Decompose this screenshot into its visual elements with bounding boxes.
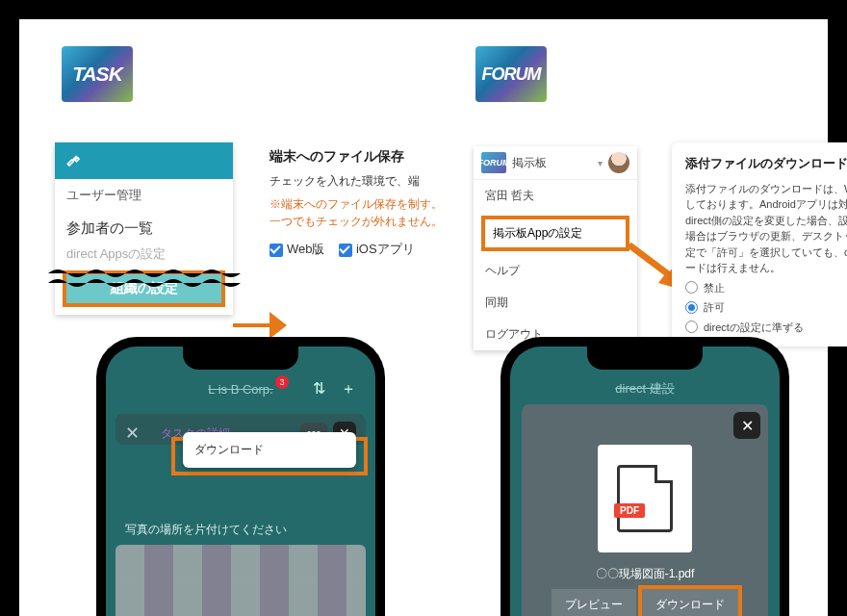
task-desc-warning: ※端末へのファイル保存を制す。一つでもチェックが外れません。	[270, 195, 452, 230]
radio-forbid[interactable]	[685, 281, 698, 294]
task-body-text: 写真の場所を片付けてください	[125, 522, 287, 538]
menu-direct-apps[interactable]: direct Appsの設定	[55, 245, 233, 267]
menu-username: 宮田 哲夫	[474, 180, 637, 212]
task-settings-panel: ユーザー管理 参加者の一覧 direct Appsの設定 組織の設定	[55, 142, 233, 315]
menu-user-mgmt[interactable]: ユーザー管理	[55, 179, 233, 212]
download-highlight-box: ダウンロード	[171, 437, 368, 475]
forum-badge: FORUM	[475, 46, 547, 102]
attachment-overlay: ✕ PDF 〇〇現場図面-1.pdf プレビュー ダウンロード	[522, 404, 768, 616]
download-button-highlight[interactable]: ダウンロード	[642, 589, 738, 616]
task-description-card: 端末へのファイル保存 チェックを入れた環境で、端 ※端末へのファイル保存を制す。…	[270, 146, 452, 259]
forum-description-card: 添付ファイルのダウンロード 添付ファイルのダウンロードは、Windoしております…	[672, 142, 847, 346]
wavy-divider	[48, 266, 241, 289]
task-desc-line1: チェックを入れた環境で、端	[270, 172, 452, 190]
phone-mock-forum: direct 建設 ✕ PDF 〇〇現場図面-1.pdf プレビュー ダウンロー…	[500, 337, 789, 616]
forum-desc-body: 添付ファイルのダウンロードは、Windoしております。Androidアプリは対応…	[685, 181, 847, 276]
close-button[interactable]: ✕	[733, 412, 760, 439]
phone-header: L is B Corp. 3 ⇅ ＋	[106, 370, 375, 408]
menu-help[interactable]: ヘルプ	[474, 255, 637, 287]
preview-button[interactable]: プレビュー	[552, 589, 636, 616]
forum-desc-title: 添付ファイルのダウンロード	[685, 154, 847, 173]
forum-top-title[interactable]: 掲示板	[512, 155, 598, 171]
checkbox-ios[interactable]	[339, 244, 352, 257]
close-icon[interactable]: ✕	[125, 423, 140, 444]
radio-allow[interactable]	[685, 301, 698, 314]
task-desc-title: 端末へのファイル保存	[270, 146, 452, 167]
phone-mock-task: L is B Corp. 3 ⇅ ＋ ✕ タスクの詳細 ••• ✕ ダウンロード…	[96, 337, 385, 616]
phone-notch	[587, 346, 703, 370]
notification-badge: 3	[275, 375, 289, 389]
forum-dropdown-panel: FORUM 掲示板 ▾ 宮田 哲夫 掲示板Appの設定 ヘルプ 同期 ログアウト	[474, 146, 637, 350]
avatar[interactable]	[608, 152, 629, 173]
download-menu-item[interactable]: ダウンロード	[183, 432, 356, 468]
radio-follow-direct[interactable]	[685, 321, 698, 333]
header-icons[interactable]: ⇅ ＋	[313, 379, 362, 399]
task-badge: TASK	[62, 46, 133, 102]
pdf-filename: 〇〇現場図面-1.pdf	[522, 566, 768, 582]
wrench-icon	[55, 142, 233, 179]
menu-sync[interactable]: 同期	[474, 287, 637, 319]
chevron-down-icon[interactable]: ▾	[598, 158, 603, 168]
checkbox-web[interactable]	[270, 244, 283, 257]
task-photo	[116, 545, 366, 616]
menu-forum-app-settings-highlight[interactable]: 掲示板Appの設定	[481, 216, 629, 251]
pdf-preview-card: PDF	[598, 445, 692, 552]
pdf-icon: PDF	[617, 465, 673, 532]
phone-notch	[183, 346, 298, 370]
forum-mini-badge: FORUM	[481, 152, 506, 173]
phone-header: direct 建設	[510, 370, 780, 408]
menu-participants[interactable]: 参加者の一覧	[55, 212, 233, 245]
